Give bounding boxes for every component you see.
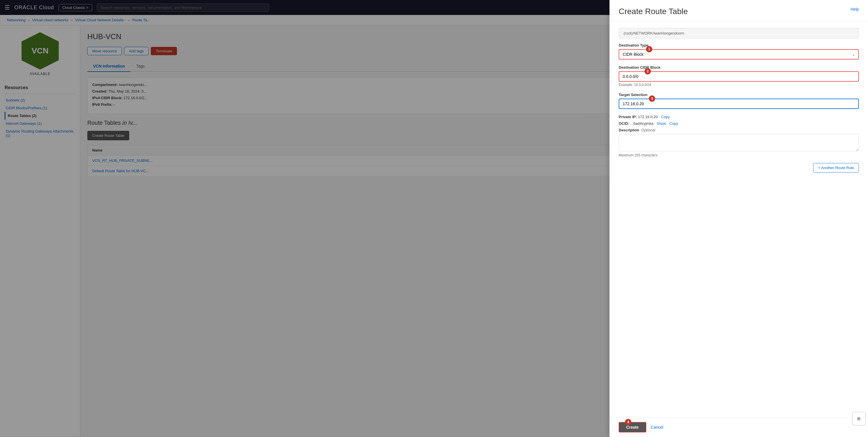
ocid-copy-link[interactable]: Copy (669, 121, 678, 126)
private-ip-value: 172.16.0.20 (638, 115, 658, 119)
create-button[interactable]: Create (619, 422, 646, 432)
help-widget-icon: ⊞ (857, 416, 861, 421)
optional-label: Optional (640, 128, 655, 132)
modal-title: Create Route Table (619, 7, 688, 16)
description-hint: Maximum 255 characters (619, 153, 859, 157)
ocid-label: OCID: (619, 121, 629, 126)
destination-type-label: Destination Type (619, 43, 859, 48)
modal-footer: Create 4 Cancel (610, 417, 868, 437)
modal-help-link[interactable]: Help (850, 7, 859, 11)
help-widget[interactable]: ⊞ (852, 412, 866, 426)
private-ip-row: Private IP: 172.16.0.20 Copy (619, 115, 859, 119)
another-route-rule-button[interactable]: + Another Route Rule (813, 163, 859, 173)
ocid-row: OCID: ...6ad4cyjmka Show Copy (619, 121, 859, 126)
destination-cidr-group: Destination CIDR Block 2 Example: 10.0.0… (619, 65, 859, 87)
destination-type-select[interactable]: CIDR Block Service (619, 49, 859, 59)
step-badge-4: 4 (625, 419, 631, 425)
ocid-show-link[interactable]: Show (657, 121, 666, 126)
modal-panel: Create Route Table Help (root)/NETWORK/I… (610, 0, 868, 437)
destination-cidr-input[interactable] (619, 71, 859, 82)
private-ip-label: Private IP: (619, 115, 637, 119)
compartment-path: (root)/NETWORK/IwanHoogendoorn (619, 28, 859, 38)
step-badge-1: 1 (646, 46, 652, 52)
cidr-hint: Example: 10.0.0.0/24 (619, 83, 859, 87)
step-badge-2: 2 (645, 68, 651, 75)
step-badge-3: 3 (649, 95, 655, 102)
target-selection-group: Target Selection 3 (619, 93, 859, 109)
destination-type-group: Destination Type CIDR Block Service 1 (619, 43, 859, 59)
another-rule-area: + Another Route Rule (619, 163, 859, 177)
cancel-button[interactable]: Cancel (651, 425, 663, 430)
target-selection-label: Target Selection (619, 93, 859, 97)
destination-cidr-label: Destination CIDR Block (619, 65, 859, 69)
private-ip-copy-link[interactable]: Copy (661, 115, 670, 119)
description-group: Description Optional Maximum 255 charact… (619, 128, 859, 157)
description-label: Description Optional (619, 128, 859, 132)
modal-overlay: Create Route Table Help (root)/NETWORK/I… (0, 0, 868, 437)
ocid-value: ...6ad4cyjmka (630, 121, 653, 126)
description-input[interactable] (619, 134, 859, 151)
